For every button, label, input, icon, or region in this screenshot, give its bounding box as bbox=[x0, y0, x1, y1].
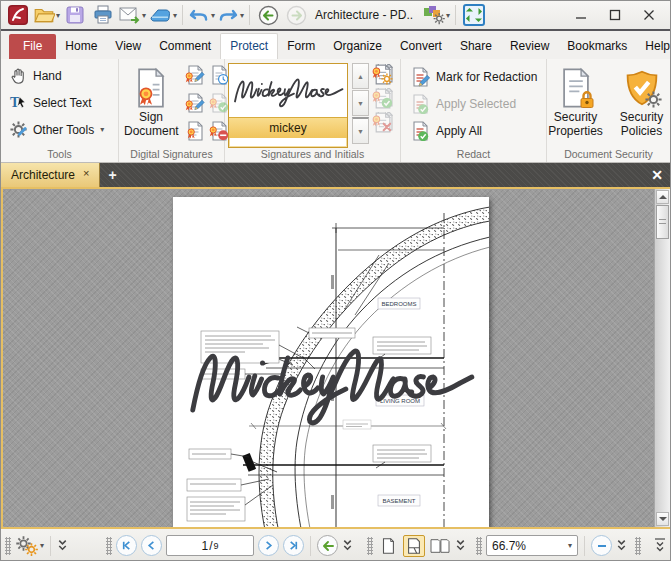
save-button[interactable] bbox=[62, 2, 88, 28]
tab-file[interactable]: File bbox=[9, 34, 56, 59]
tab-organize[interactable]: Organize bbox=[324, 34, 391, 59]
zoom-caret-icon[interactable]: ▾ bbox=[568, 541, 572, 550]
open-folder-icon bbox=[33, 4, 55, 26]
apply-all-button[interactable]: Apply All bbox=[403, 117, 544, 144]
session-fullscreen-button[interactable] bbox=[461, 2, 487, 28]
hand-tool-button[interactable]: Hand bbox=[3, 62, 116, 89]
open-caret-icon[interactable]: ▾ bbox=[56, 11, 60, 20]
apply-all-label: Apply All bbox=[436, 124, 482, 138]
digital-signatures-small-buttons bbox=[183, 63, 230, 148]
tab-form[interactable]: Form bbox=[278, 34, 324, 59]
certify-visible-icon[interactable] bbox=[183, 91, 206, 114]
other-tools-caret-icon: ▾ bbox=[100, 125, 104, 134]
print-button[interactable] bbox=[90, 2, 116, 28]
ui-options-caret-icon[interactable]: ▾ bbox=[446, 11, 450, 20]
first-page-button[interactable] bbox=[116, 535, 137, 556]
single-page-layout-button[interactable] bbox=[377, 535, 399, 557]
ui-options-button[interactable]: ▾ bbox=[421, 2, 450, 28]
digital-signatures-icon[interactable] bbox=[183, 119, 206, 142]
redo-button[interactable]: ▾ bbox=[217, 2, 244, 28]
security-properties-button[interactable]: Security Properties bbox=[544, 63, 608, 148]
minimize-button[interactable] bbox=[564, 2, 598, 28]
security-policies-label: Security Policies bbox=[613, 111, 671, 139]
manage-signatures-icon[interactable] bbox=[371, 63, 394, 86]
document-canvas[interactable]: Mickey Mase bbox=[1, 187, 671, 529]
sign-certify-icon[interactable] bbox=[183, 63, 206, 86]
previous-page-button[interactable] bbox=[141, 535, 162, 556]
close-document-button[interactable]: ✕ bbox=[644, 163, 670, 187]
apply-selected-button[interactable]: Apply Selected bbox=[403, 90, 544, 117]
document-tab-close-icon[interactable]: × bbox=[83, 167, 89, 179]
toolbar-drag-handle[interactable] bbox=[367, 537, 373, 555]
select-text-button[interactable]: Select Text bbox=[3, 89, 116, 116]
toolbar-drag-handle[interactable] bbox=[476, 537, 482, 555]
undo-caret-icon[interactable]: ▾ bbox=[211, 11, 215, 20]
remove-signature-icon[interactable] bbox=[371, 111, 394, 134]
tab-comment[interactable]: Comment bbox=[150, 34, 220, 59]
zoom-out-button[interactable] bbox=[591, 535, 612, 556]
statusbar-separator bbox=[50, 536, 51, 556]
facing-pages-layout-button[interactable] bbox=[429, 535, 451, 557]
zoom-level-combobox[interactable]: 66.7% ▾ bbox=[486, 535, 578, 556]
security-policies-button[interactable]: Security Policies bbox=[610, 63, 671, 148]
undo-icon bbox=[188, 5, 210, 25]
last-page-button[interactable] bbox=[283, 535, 304, 556]
tab-protect[interactable]: Protect bbox=[220, 33, 278, 59]
tab-home[interactable]: Home bbox=[56, 34, 106, 59]
scroll-down-button[interactable] bbox=[656, 512, 669, 526]
redo-caret-icon[interactable]: ▾ bbox=[240, 11, 244, 20]
next-page-button[interactable] bbox=[258, 535, 279, 556]
tab-view[interactable]: View bbox=[106, 34, 150, 59]
printer-icon bbox=[92, 4, 114, 26]
tab-help[interactable]: Help bbox=[636, 34, 671, 59]
new-document-tab-button[interactable]: + bbox=[100, 163, 124, 187]
scrollbar-thumb[interactable] bbox=[656, 205, 669, 239]
signature-scroll-down-button[interactable]: ▼ bbox=[352, 90, 369, 116]
apply-signature-icon[interactable] bbox=[371, 87, 394, 110]
page-number-field[interactable]: 1/9 bbox=[166, 535, 254, 556]
architecture-drawing: BEDROOMS LIVING ROOM BASEMENT bbox=[173, 197, 489, 529]
status-options-caret-icon[interactable]: ▾ bbox=[40, 541, 44, 550]
close-button[interactable] bbox=[632, 2, 666, 28]
scan-button[interactable]: ▾ bbox=[148, 2, 177, 28]
signature-scroll-buttons: ▲ ▼ ▼ bbox=[352, 63, 369, 148]
toolbar-drag-handle[interactable] bbox=[635, 537, 641, 555]
tab-review[interactable]: Review bbox=[501, 34, 558, 59]
previous-view-button[interactable] bbox=[317, 535, 338, 556]
sign-document-button[interactable]: Sign Document bbox=[121, 63, 181, 148]
mark-for-redaction-button[interactable]: Mark for Redaction bbox=[403, 63, 544, 90]
pdf-page[interactable]: Mickey Mase bbox=[173, 197, 489, 529]
continuous-layout-button[interactable] bbox=[403, 535, 425, 557]
vertical-scrollbar[interactable] bbox=[654, 189, 670, 527]
hand-icon bbox=[9, 66, 28, 85]
undo-button[interactable]: ▾ bbox=[188, 2, 215, 28]
email-caret-icon[interactable]: ▾ bbox=[142, 11, 146, 20]
layout-options-chevron-icon[interactable] bbox=[455, 539, 466, 552]
more-tools-chevron-icon[interactable] bbox=[57, 539, 68, 552]
signature-scroll-up-button[interactable]: ▲ bbox=[352, 63, 369, 89]
back-view-button[interactable] bbox=[255, 2, 281, 28]
forward-view-button[interactable] bbox=[283, 2, 309, 28]
signature-preview-card[interactable]: mickey bbox=[228, 63, 348, 148]
email-button[interactable]: ▾ bbox=[118, 2, 146, 28]
zoom-tools-chevron-icon[interactable] bbox=[616, 539, 627, 552]
status-bar: ▾ 1/9 66.7% ▾ bbox=[1, 529, 670, 561]
tab-share[interactable]: Share bbox=[451, 34, 501, 59]
group-redact: Mark for Redaction Apply Selected Apply … bbox=[401, 59, 547, 162]
statusbar-overflow-chevron-icon[interactable] bbox=[654, 538, 666, 553]
maximize-button[interactable] bbox=[598, 2, 632, 28]
signature-name-strip[interactable]: mickey bbox=[229, 117, 347, 138]
view-history-chevron-icon[interactable] bbox=[342, 539, 353, 552]
other-tools-button[interactable]: Other Tools ▾ bbox=[3, 116, 116, 143]
tab-convert[interactable]: Convert bbox=[391, 34, 451, 59]
document-tab-architecture[interactable]: Architecture × bbox=[1, 163, 100, 187]
scroll-up-button[interactable] bbox=[656, 190, 669, 204]
status-options-button[interactable]: ▾ bbox=[15, 534, 44, 558]
signature-more-button[interactable]: ▼ bbox=[352, 117, 369, 144]
window-title: Architecture - PD.. bbox=[315, 8, 413, 22]
open-button[interactable]: ▾ bbox=[33, 2, 60, 28]
toolbar-drag-handle[interactable] bbox=[106, 537, 112, 555]
tab-bookmarks[interactable]: Bookmarks bbox=[558, 34, 636, 59]
scan-caret-icon[interactable]: ▾ bbox=[173, 11, 177, 20]
toolbar-drag-handle[interactable] bbox=[5, 537, 11, 555]
